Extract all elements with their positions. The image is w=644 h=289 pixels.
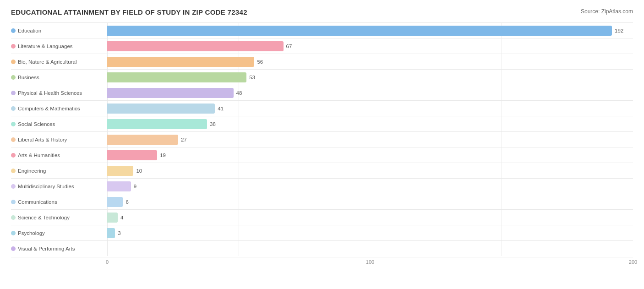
bar-dot <box>11 215 16 220</box>
x-axis: 0100200 <box>107 259 633 267</box>
bar-label: Communications <box>11 194 107 209</box>
bar-label-text: Science & Technology <box>18 215 70 220</box>
bar-dot <box>11 153 16 158</box>
bar-track: 6 <box>107 194 633 209</box>
bar-label: Physical & Health Sciences <box>11 85 107 100</box>
bar-dot <box>11 169 16 173</box>
bar-label-text: Bio, Nature & Agricultural <box>18 59 76 65</box>
bar-value: 67 <box>286 44 292 49</box>
bar-label-text: Engineering <box>18 168 46 174</box>
bar-track: 10 <box>107 163 633 178</box>
bar-track: 3 <box>107 225 633 240</box>
bar-track: 38 <box>107 116 633 131</box>
bar-dot <box>11 91 16 95</box>
bar-fill <box>107 213 118 223</box>
x-tick: 200 <box>629 259 637 265</box>
bar-fill <box>107 57 254 67</box>
bar-track <box>107 241 633 256</box>
bar-track: 48 <box>107 85 633 100</box>
bar-value: 9 <box>134 184 136 189</box>
bar-label: Science & Technology <box>11 210 107 225</box>
bar-row: Education 192 <box>11 22 633 38</box>
bar-row: Computers & Mathematics 41 <box>11 100 633 116</box>
bar-label-text: Communications <box>18 199 57 205</box>
x-tick: 0 <box>106 259 109 265</box>
bar-label-text: Social Sciences <box>18 121 55 127</box>
bar-dot <box>11 122 16 126</box>
bar-label: Psychology <box>11 225 107 240</box>
bar-label: Bio, Nature & Agricultural <box>11 54 107 69</box>
chart-title: EDUCATIONAL ATTAINMENT BY FIELD OF STUDY… <box>11 8 247 16</box>
bar-fill <box>107 150 157 160</box>
bar-fill <box>107 26 612 36</box>
bar-dot <box>11 200 16 204</box>
bar-value: 6 <box>126 199 128 205</box>
bar-track: 19 <box>107 147 633 163</box>
bar-dot <box>11 60 16 64</box>
bar-row: Communications 6 <box>11 194 633 209</box>
bar-value: 19 <box>160 153 166 158</box>
bar-track: 192 <box>107 23 633 38</box>
chart-container: EDUCATIONAL ATTAINMENT BY FIELD OF STUDY… <box>0 0 644 289</box>
bar-row: Engineering 10 <box>11 163 633 178</box>
bar-label: Social Sciences <box>11 116 107 131</box>
bar-dot <box>11 246 16 251</box>
bar-label: Multidisciplinary Studies <box>11 179 107 194</box>
bar-dot <box>11 184 16 189</box>
bar-row: Liberal Arts & History 27 <box>11 131 633 147</box>
bar-row: Psychology 3 <box>11 225 633 240</box>
bar-row: Visual & Performing Arts <box>11 240 633 256</box>
bar-label: Liberal Arts & History <box>11 132 107 147</box>
bar-dot <box>11 44 16 49</box>
bar-fill <box>107 41 284 51</box>
bar-fill <box>107 197 123 207</box>
bar-row: Social Sciences 38 <box>11 116 633 131</box>
bar-fill <box>107 166 133 176</box>
bar-label-text: Arts & Humanities <box>18 153 60 158</box>
bar-track: 41 <box>107 101 633 116</box>
bar-row: Business 53 <box>11 69 633 85</box>
bar-row: Bio, Nature & Agricultural 56 <box>11 54 633 69</box>
bar-label-text: Liberal Arts & History <box>18 137 67 142</box>
bar-value: 56 <box>257 59 263 65</box>
bar-value: 10 <box>136 168 142 174</box>
bar-value: 3 <box>118 230 120 236</box>
bar-dot <box>11 106 16 111</box>
chart-source: Source: ZipAtlas.com <box>581 8 633 15</box>
bar-fill <box>107 228 115 238</box>
bar-row: Literature & Languages 67 <box>11 38 633 54</box>
bar-label-text: Literature & Languages <box>18 44 73 49</box>
bar-fill <box>107 119 207 129</box>
bar-value: 48 <box>236 90 242 96</box>
bar-dot <box>11 28 16 33</box>
bar-fill <box>107 72 246 82</box>
bar-label-text: Business <box>18 75 39 80</box>
bar-value: 27 <box>181 137 187 142</box>
bar-label-text: Physical & Health Sciences <box>18 90 82 96</box>
bar-value: 4 <box>120 215 123 220</box>
bar-label-text: Visual & Performing Arts <box>18 246 75 251</box>
bar-label: Visual & Performing Arts <box>11 241 107 256</box>
chart-area: Education 192 Literature & Languages 67 … <box>11 22 633 256</box>
bar-fill <box>107 181 131 191</box>
bar-dot <box>11 231 16 235</box>
bar-label: Engineering <box>11 163 107 178</box>
bar-track: 67 <box>107 38 633 54</box>
bar-fill <box>107 135 178 145</box>
chart-header: EDUCATIONAL ATTAINMENT BY FIELD OF STUDY… <box>11 8 633 16</box>
bar-label: Arts & Humanities <box>11 147 107 163</box>
bar-track: 56 <box>107 54 633 69</box>
bar-track: 4 <box>107 210 633 225</box>
bar-label: Computers & Mathematics <box>11 101 107 116</box>
bar-row: Multidisciplinary Studies 9 <box>11 178 633 194</box>
bar-row: Physical & Health Sciences 48 <box>11 85 633 100</box>
bar-label: Business <box>11 70 107 85</box>
bar-label-text: Computers & Mathematics <box>18 106 80 111</box>
bar-track: 53 <box>107 70 633 85</box>
bar-label: Literature & Languages <box>11 38 107 54</box>
bar-value: 192 <box>615 28 623 33</box>
bar-dot <box>11 75 16 80</box>
bar-row: Science & Technology 4 <box>11 209 633 225</box>
bar-track: 9 <box>107 179 633 194</box>
bar-label-text: Psychology <box>18 230 45 236</box>
